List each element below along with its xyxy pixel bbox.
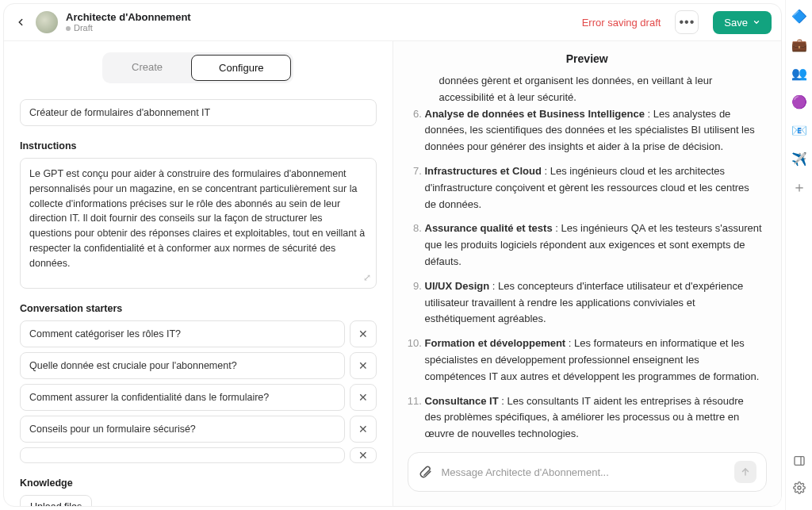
starter-input-2[interactable]: Comment assurer la confidentialité dans … — [20, 384, 345, 411]
starter-input-empty[interactable] — [20, 447, 345, 463]
starter-input-0[interactable]: Comment catégoriser les rôles IT? — [20, 320, 345, 347]
rail-settings-icon[interactable] — [791, 480, 807, 496]
preview-item-11: Consultance IT : Les consultants IT aide… — [425, 393, 763, 441]
rail-icon-outlook[interactable]: 📧 — [791, 122, 807, 138]
header: Architecte d'Abonnement Draft Error savi… — [4, 4, 781, 41]
knowledge-label: Knowledge — [20, 477, 377, 489]
preview-item-8: Assurance qualité et tests : Les ingénie… — [425, 220, 763, 270]
rail-panel-icon[interactable] — [791, 453, 807, 469]
gpt-avatar — [36, 11, 58, 33]
starters-label: Conversation starters — [20, 303, 377, 314]
rail-icon-send[interactable]: ✈️ — [791, 151, 807, 167]
save-error: Error saving draft — [582, 17, 661, 29]
starter-remove-2[interactable]: ✕ — [350, 384, 377, 411]
back-button[interactable] — [13, 15, 28, 29]
send-button[interactable] — [734, 461, 756, 483]
instructions-label: Instructions — [20, 140, 377, 151]
starter-input-3[interactable]: Conseils pour un formulaire sécurisé? — [20, 416, 345, 443]
save-button[interactable]: Save — [713, 11, 772, 34]
attach-icon[interactable] — [418, 464, 432, 481]
upload-files-button[interactable]: Upload files — [20, 495, 92, 506]
instructions-textarea[interactable]: Le GPT est conçu pour aider à construire… — [20, 158, 377, 289]
rail-icon-gem[interactable]: 🔷 — [791, 8, 807, 24]
starter-remove-empty[interactable]: ✕ — [350, 447, 377, 463]
tab-configure[interactable]: Configure — [191, 55, 291, 81]
preview-content: données gèrent et organisent les données… — [393, 73, 782, 441]
preview-item-6: Analyse de données et Business Intellige… — [425, 106, 763, 155]
starter-remove-1[interactable]: ✕ — [350, 352, 377, 379]
starter-remove-3[interactable]: ✕ — [350, 416, 377, 443]
page-title: Architecte d'Abonnement — [66, 11, 191, 24]
preview-title: Preview — [393, 41, 782, 73]
right-rail: 🔷 💼 👥 🟣 📧 ✈️ ＋ — [785, 0, 812, 510]
message-composer — [408, 452, 768, 492]
preview-item-10: Formation et développement : Les formate… — [425, 336, 763, 385]
tab-create[interactable]: Create — [105, 55, 190, 81]
rail-icon-people[interactable]: 👥 — [791, 65, 807, 81]
starter-input-1[interactable]: Quelle donnée est cruciale pour l'abonne… — [20, 352, 345, 379]
starter-remove-0[interactable]: ✕ — [350, 320, 377, 347]
svg-rect-1 — [795, 457, 804, 466]
message-input[interactable] — [442, 466, 726, 478]
mode-tabs: Create Configure — [102, 52, 293, 83]
name-input[interactable]: Créateur de formulaires d'abonnement IT — [20, 99, 377, 126]
preview-item-9: UI/UX Design : Les concepteurs d'interfa… — [425, 278, 763, 328]
expand-icon[interactable]: ⤢ — [363, 270, 371, 285]
rail-icon-briefcase[interactable]: 💼 — [791, 36, 807, 52]
draft-status: Draft — [66, 23, 191, 33]
rail-add-icon[interactable]: ＋ — [791, 179, 807, 195]
svg-point-3 — [798, 486, 801, 489]
more-menu-button[interactable]: ••• — [675, 10, 699, 34]
preview-item-7: Infrastructures et Cloud : Les ingénieur… — [425, 163, 763, 213]
rail-icon-copilot[interactable]: 🟣 — [791, 94, 807, 109]
